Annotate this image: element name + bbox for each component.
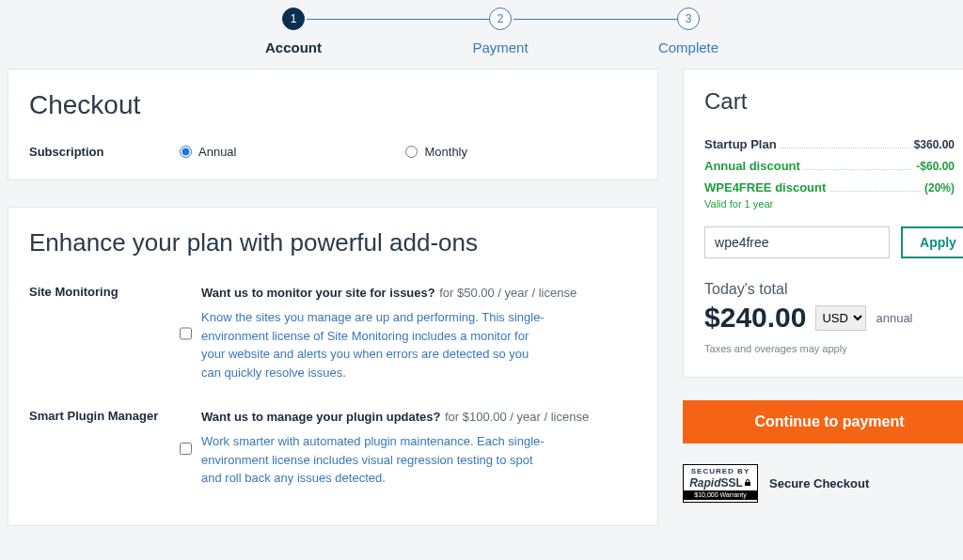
radio-annual[interactable]: Annual <box>180 145 236 159</box>
step-payment[interactable]: 2 Payment <box>397 8 604 55</box>
enhance-card: Enhance your plan with powerful add-ons … <box>8 207 658 526</box>
checkout-title: Checkout <box>29 90 637 120</box>
cart-coupon-value: (20%) <box>924 181 955 194</box>
subscription-row: Subscription Annual Monthly <box>29 145 637 159</box>
billing-period: annual <box>876 311 912 325</box>
addon-plugin-checkbox[interactable] <box>180 410 192 488</box>
step-label-complete: Complete <box>604 39 773 55</box>
addon-plugin-question: Want us to manage your plugin updates? <box>201 410 440 424</box>
total-label: Today's total <box>704 281 955 298</box>
radio-annual-label: Annual <box>198 145 236 159</box>
currency-select[interactable]: USD <box>815 305 866 331</box>
radio-annual-input[interactable] <box>180 146 192 158</box>
checkout-card: Checkout Subscription Annual Monthly <box>8 69 658 180</box>
checkout-steps: 1 Account 2 Payment 3 Complete <box>0 0 963 55</box>
coupon-input[interactable] <box>704 226 890 258</box>
addon-plugin-price: for $100.00 / year / license <box>445 410 589 424</box>
step-label-payment: Payment <box>397 39 604 55</box>
step-circle-1: 1 <box>282 8 305 30</box>
cart-annual-value: -$60.00 <box>916 160 955 173</box>
addon-name-plugin: Smart Plugin Manager <box>29 408 180 488</box>
step-account[interactable]: 1 Account <box>190 8 397 55</box>
cart-plan-value: $360.00 <box>914 138 955 151</box>
addon-name-monitoring: Site Monitoring <box>29 284 180 381</box>
step-circle-3: 3 <box>677 8 700 30</box>
addon-monitoring-checkbox[interactable] <box>180 286 192 381</box>
enhance-title: Enhance your plan with powerful add-ons <box>29 228 637 257</box>
coupon-row: Apply <box>704 226 955 258</box>
apply-button[interactable]: Apply <box>901 226 963 258</box>
lock-icon <box>744 476 751 490</box>
cart-annual-label: Annual discount <box>704 159 800 173</box>
cart-coupon-label: WPE4FREE discount <box>704 180 826 194</box>
coupon-valid-note: Valid for 1 year <box>704 198 955 210</box>
cart-line-annual-discount: Annual discount -$60.00 <box>704 159 955 173</box>
radio-monthly[interactable]: Monthly <box>405 145 467 159</box>
total-row: $240.00 USD annual <box>704 302 955 334</box>
addon-plugin-desc: Work smarter with automated plugin maint… <box>201 432 549 488</box>
step-complete[interactable]: 3 Complete <box>604 8 773 55</box>
addon-monitoring-question: Want us to monitor your site for issues? <box>201 286 435 300</box>
cart-line-plan: Startup Plan $360.00 <box>704 137 955 151</box>
secure-row: SECURED BY RapidSSL $10,000 Warranty Sec… <box>683 464 963 503</box>
secure-checkout-label: Secure Checkout <box>769 476 869 490</box>
cart-line-coupon-discount: WPE4FREE discount (20%) <box>704 180 955 194</box>
addon-monitoring-desc: Know the sites you manage are up and per… <box>201 308 549 381</box>
step-label-account: Account <box>190 39 397 55</box>
tax-note: Taxes and overages may apply <box>704 343 955 354</box>
continue-to-payment-button[interactable]: Continue to payment <box>683 400 963 443</box>
addon-plugin-manager: Smart Plugin Manager Want us to manage y… <box>29 408 637 488</box>
cart-title: Cart <box>704 88 955 115</box>
total-amount: $240.00 <box>704 302 806 334</box>
cart-plan-label: Startup Plan <box>704 137 777 151</box>
radio-monthly-input[interactable] <box>405 146 418 158</box>
subscription-label: Subscription <box>29 145 180 159</box>
cart-card: Cart Startup Plan $360.00 Annual discoun… <box>683 69 963 378</box>
rapidssl-badge: SECURED BY RapidSSL $10,000 Warranty <box>683 464 758 503</box>
step-circle-2: 2 <box>489 8 512 30</box>
addon-monitoring-price: for $50.00 / year / license <box>439 286 576 300</box>
addon-site-monitoring: Site Monitoring Want us to monitor your … <box>29 284 637 381</box>
radio-monthly-label: Monthly <box>424 145 467 159</box>
